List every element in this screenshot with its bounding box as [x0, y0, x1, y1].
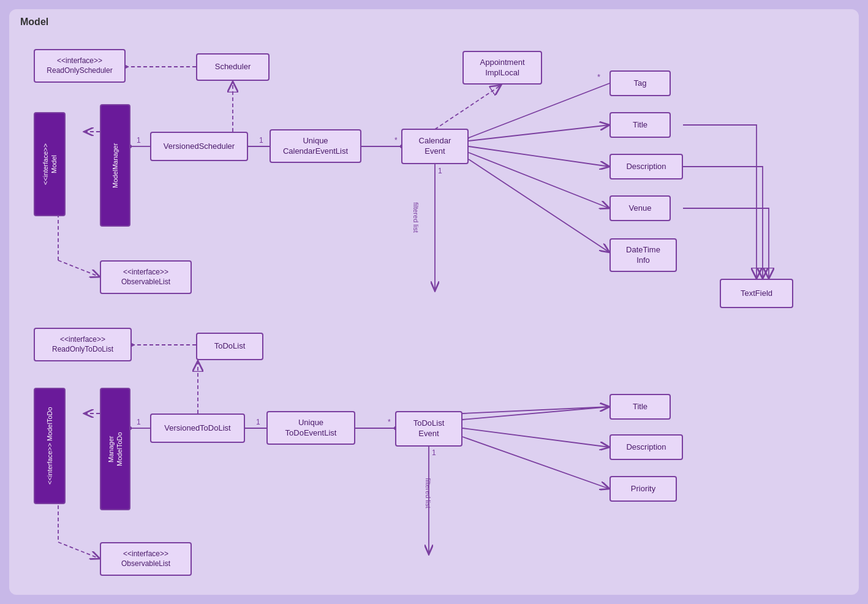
svg-text:*: * [597, 72, 600, 81]
box-unique-todoeventlist: Unique ToDoEventList [266, 411, 355, 445]
conn-appt-impl [435, 85, 501, 129]
box-appointment-impl-local: Appointment ImplLocal [462, 51, 542, 85]
box-todolist: ToDoList [196, 333, 263, 360]
svg-text:1: 1 [137, 136, 141, 145]
box-title: Title [609, 112, 671, 138]
box-observable-list-bottom: <<interface>> ObservableList [100, 542, 192, 576]
box-scheduler: Scheduler [196, 53, 270, 81]
box-versioned-todolist: VersionedToDoList [150, 413, 245, 443]
conn-tdle-priority [462, 437, 609, 489]
box-readonly-todolist: <<interface>> ReadOnlyToDoList [34, 328, 132, 361]
conn-tdle-title [462, 407, 609, 420]
box-tag: Tag [609, 70, 671, 96]
conn-ce-datetime [469, 159, 609, 252]
box-model-manager: ModelManager [100, 104, 130, 227]
box-versioned-scheduler: VersionedScheduler [150, 132, 248, 161]
conn-ce-tag [469, 83, 609, 138]
conn-obs2-iobslist2 [58, 542, 100, 559]
diagram-title: Model [20, 17, 48, 28]
box-readonly-scheduler: <<interface>> ReadOnlyScheduler [34, 49, 126, 83]
conn-title-textfield [683, 125, 757, 279]
conn-tdle-desc [462, 428, 609, 447]
svg-text:filtered list: filtered list [412, 202, 420, 233]
conn-venue-textfield [683, 208, 769, 279]
box-description: Description [609, 154, 683, 179]
box-unique-calendar-event-list: Unique CalendarEventList [270, 129, 361, 163]
diagram-container: Model [9, 9, 859, 595]
box-venue: Venue [609, 195, 671, 221]
box-datetime-info: DateTime Info [609, 238, 677, 272]
box-description-todo: Description [609, 434, 683, 460]
box-text-field: TextField [720, 279, 793, 308]
box-calendar-event: Calendar Event [401, 129, 469, 164]
conn-obs-iobslist [58, 260, 100, 277]
svg-text:1: 1 [259, 136, 263, 145]
svg-text:*: * [394, 136, 398, 145]
svg-text:filtered list: filtered list [425, 478, 432, 508]
conn-desc-textfield [683, 167, 763, 279]
svg-text:1: 1 [256, 418, 260, 426]
conn-ce-desc [469, 146, 609, 167]
box-interface-model-todo: <<interface>> ModelToDo [34, 388, 66, 504]
box-priority: Priority [609, 476, 677, 502]
conn-ce-title [469, 125, 609, 141]
svg-text:1: 1 [438, 167, 442, 175]
conn-ce-venue [469, 153, 609, 208]
box-interface-model: <<interface>> Model [34, 112, 66, 216]
box-observable-list-top: <<interface>> ObservableList [100, 260, 192, 294]
conn-tdle-title2 [462, 407, 609, 413]
box-modeltodo-manager: ModelToDo Manager [100, 388, 130, 510]
svg-text:1: 1 [432, 448, 436, 457]
svg-text:1: 1 [137, 418, 141, 426]
svg-text:*: * [388, 418, 391, 426]
box-title-todo: Title [609, 394, 671, 420]
box-todolist-event: ToDoList Event [395, 411, 462, 447]
